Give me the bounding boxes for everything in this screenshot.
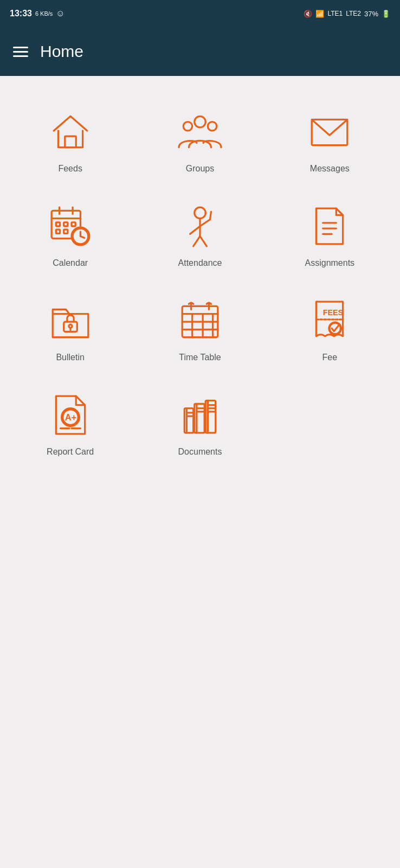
menu-item-timetable[interactable]: Time Table <box>135 281 264 375</box>
attendance-icon <box>176 202 224 251</box>
bulletin-icon <box>46 296 95 345</box>
fee-icon: FEES <box>305 296 354 345</box>
feeds-label: Feeds <box>58 164 82 174</box>
menu-item-calendar[interactable]: Calendar <box>5 187 135 281</box>
calendar-icon <box>46 202 95 251</box>
menu-item-fee[interactable]: FEES Fee <box>265 281 395 375</box>
status-icons: 🔇 📶 LTE1 LTE2 37% 🔋 <box>304 10 390 18</box>
bulletin-label: Bulletin <box>56 353 84 362</box>
menu-item-documents[interactable]: Documents <box>135 375 264 470</box>
groups-icon <box>176 107 224 156</box>
menu-item-groups[interactable]: Groups <box>135 92 264 187</box>
svg-rect-0 <box>64 136 76 148</box>
menu-item-attendance[interactable]: Attendance <box>135 187 264 281</box>
calendar-label: Calendar <box>53 258 88 268</box>
signal2-icon: LTE2 <box>346 10 361 17</box>
menu-item-reportcard[interactable]: A+ Report Card <box>5 375 135 470</box>
documents-label: Documents <box>178 447 222 457</box>
home-grid: Feeds Groups <box>5 92 395 470</box>
status-bar: 13:33 6 KB/s ☺ 🔇 📶 LTE1 LTE2 37% 🔋 <box>0 0 400 27</box>
svg-line-19 <box>210 212 211 219</box>
reportcard-label: Report Card <box>47 447 94 457</box>
timetable-icon <box>176 296 224 345</box>
timetable-label: Time Table <box>179 353 221 362</box>
groups-label: Groups <box>186 164 214 174</box>
svg-point-18 <box>195 207 206 219</box>
svg-rect-12 <box>56 229 60 233</box>
messages-label: Messages <box>310 164 350 174</box>
network-speed: 6 KB/s <box>35 10 53 17</box>
battery-icon: 🔋 <box>382 10 390 18</box>
assignments-icon <box>305 202 354 251</box>
main-content: Feeds Groups <box>0 76 400 492</box>
hamburger-menu[interactable] <box>13 47 28 57</box>
svg-text:FEES: FEES <box>323 308 343 317</box>
mute-icon: 🔇 <box>304 10 312 18</box>
page-title: Home <box>40 42 83 61</box>
svg-rect-9 <box>56 222 60 226</box>
battery-label: 37% <box>364 10 378 18</box>
status-time: 13:33 6 KB/s ☺ <box>10 9 65 18</box>
svg-point-1 <box>195 116 206 127</box>
reportcard-icon: A+ <box>46 391 95 439</box>
menu-item-feeds[interactable]: Feeds <box>5 92 135 187</box>
assignments-label: Assignments <box>305 258 355 268</box>
header: Home <box>0 27 400 76</box>
feeds-icon <box>46 107 95 156</box>
svg-point-2 <box>183 122 192 131</box>
wifi-icon: 📶 <box>315 10 324 18</box>
menu-item-bulletin[interactable]: Bulletin <box>5 281 135 375</box>
attendance-label: Attendance <box>178 258 222 268</box>
svg-point-3 <box>208 122 216 131</box>
svg-rect-13 <box>63 229 67 233</box>
messages-icon <box>305 107 354 156</box>
svg-rect-10 <box>63 222 67 226</box>
svg-text:A+: A+ <box>64 412 76 422</box>
user-icon: ☺ <box>56 9 64 18</box>
documents-icon <box>176 391 224 439</box>
fee-label: Fee <box>322 353 338 362</box>
menu-item-assignments[interactable]: Assignments <box>265 187 395 281</box>
menu-item-messages[interactable]: Messages <box>265 92 395 187</box>
signal-icon: LTE1 <box>327 10 343 17</box>
svg-rect-11 <box>72 222 75 226</box>
